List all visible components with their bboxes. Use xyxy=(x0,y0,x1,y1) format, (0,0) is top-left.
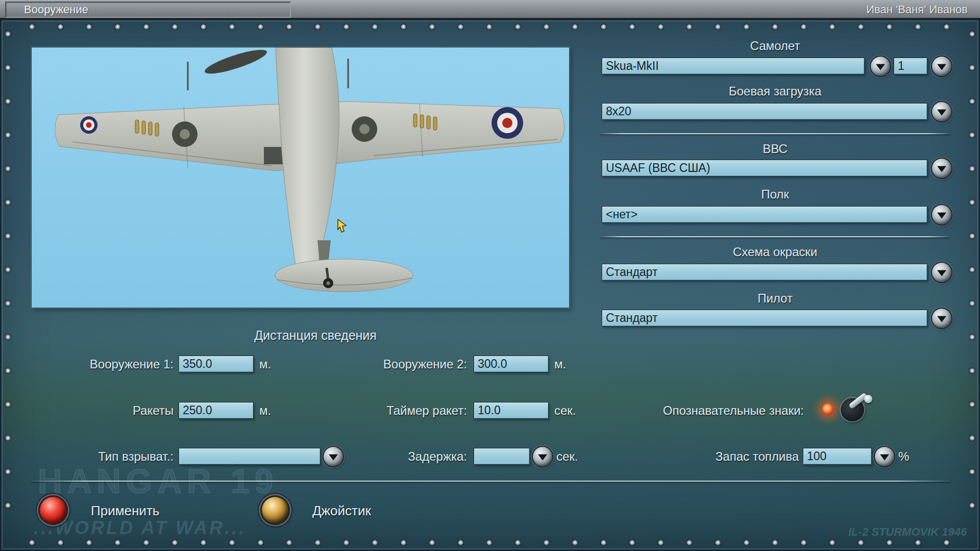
rockets-label: Ракеты xyxy=(31,402,174,419)
fuel-unit: % xyxy=(898,448,909,465)
regiment-label: Полк xyxy=(600,186,950,203)
fuse-type-select[interactable] xyxy=(179,448,321,465)
rocket-timer-label: Таймер ракет: xyxy=(327,402,467,419)
airforce-select[interactable]: USAAF (ВВС США) xyxy=(602,160,927,177)
plane-count-dropdown-button[interactable] xyxy=(932,57,951,76)
toggle-knob-icon xyxy=(864,395,872,403)
paint-scheme-select[interactable]: Стандарт xyxy=(602,264,927,281)
regiment-select[interactable]: <нет> xyxy=(602,206,927,223)
paint-scheme-dropdown-button[interactable] xyxy=(932,263,951,282)
chevron-down-icon xyxy=(937,64,946,70)
paint-scheme-label: Схема окраски xyxy=(600,243,950,260)
screws-top xyxy=(29,23,951,30)
weapon1-label: Вооружение 1: xyxy=(31,356,174,372)
aircraft-preview-render xyxy=(32,47,569,308)
chevron-down-icon xyxy=(538,454,547,460)
footer-separator xyxy=(30,481,950,482)
markings-toggle[interactable] xyxy=(819,394,880,424)
separator xyxy=(600,236,950,237)
fuel-label: Запас топлива xyxy=(643,448,799,465)
joystick-button-label: Джойстик xyxy=(312,503,371,519)
chevron-down-icon xyxy=(876,64,885,70)
delay-dropdown-button[interactable] xyxy=(533,447,552,466)
chevron-down-icon xyxy=(937,166,946,172)
player-name: Иван 'Ваня' Иванов xyxy=(866,3,968,16)
plane-select-dropdown-button[interactable] xyxy=(871,57,890,76)
delay-select[interactable] xyxy=(474,448,530,465)
chevron-down-icon xyxy=(937,109,946,115)
weapon1-input[interactable]: 350.0 xyxy=(179,356,254,372)
screws-left xyxy=(5,31,11,536)
plane-label: Самолет xyxy=(600,37,950,54)
indicator-lamp-icon xyxy=(822,404,834,415)
screws-bottom xyxy=(29,539,951,546)
airforce-dropdown-button[interactable] xyxy=(932,159,951,178)
apply-button-label: Применить xyxy=(91,503,159,519)
joystick-button[interactable] xyxy=(262,497,288,523)
chevron-down-icon xyxy=(937,212,946,218)
plane-select[interactable]: Skua-MkII xyxy=(602,58,865,74)
weapon2-label: Вооружение 2: xyxy=(327,356,467,372)
fuse-type-label: Тип взрыват.: xyxy=(31,448,174,465)
hangar-armament-screen: Вооружение Иван 'Ваня' Иванов HANGAR 19 … xyxy=(0,0,980,551)
pilot-label: Пилот xyxy=(600,290,950,307)
weapon2-unit: м. xyxy=(554,356,566,372)
delay-label: Задержка: xyxy=(327,448,467,465)
pilot-dropdown-button[interactable] xyxy=(932,309,951,328)
airforce-label: ВВС xyxy=(600,140,950,157)
screws-right xyxy=(969,31,975,536)
chevron-down-icon xyxy=(880,454,889,460)
fuel-input[interactable]: 100 xyxy=(803,448,872,465)
convergence-title: Дистанция сведения xyxy=(203,327,428,344)
chevron-down-icon xyxy=(937,316,946,322)
mouse-cursor-icon xyxy=(337,219,349,234)
fuel-dropdown-button[interactable] xyxy=(875,447,894,466)
pilot-select[interactable]: Стандарт xyxy=(602,310,927,327)
rockets-unit: м. xyxy=(259,402,271,419)
weapon1-unit: м. xyxy=(259,356,271,372)
top-bar: Вооружение Иван 'Ваня' Иванов xyxy=(0,0,980,19)
loadout-select[interactable]: 8x20 xyxy=(602,103,927,120)
rocket-timer-input[interactable]: 10.0 xyxy=(474,402,549,419)
plane-count-select[interactable]: 1 xyxy=(894,58,927,74)
separator xyxy=(600,133,950,134)
rocket-timer-unit: сек. xyxy=(554,402,576,419)
rockets-input[interactable]: 250.0 xyxy=(179,402,254,419)
loadout-dropdown-button[interactable] xyxy=(932,102,951,121)
screen-title: Вооружение xyxy=(24,3,88,16)
weapon2-input[interactable]: 300.0 xyxy=(474,356,549,372)
loadout-label: Боевая загрузка xyxy=(600,83,950,99)
chevron-down-icon xyxy=(937,270,946,276)
aircraft-preview[interactable] xyxy=(31,47,570,308)
apply-button[interactable] xyxy=(40,497,66,523)
markings-label: Опознавательные знаки: xyxy=(587,402,804,419)
regiment-dropdown-button[interactable] xyxy=(932,205,951,224)
delay-unit: сек. xyxy=(556,448,578,465)
